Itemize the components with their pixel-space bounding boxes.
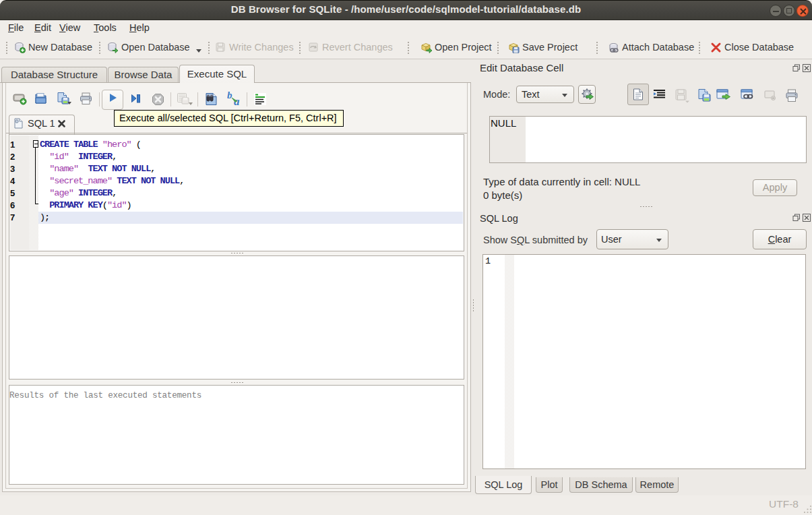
svg-text:b: b bbox=[227, 90, 232, 100]
